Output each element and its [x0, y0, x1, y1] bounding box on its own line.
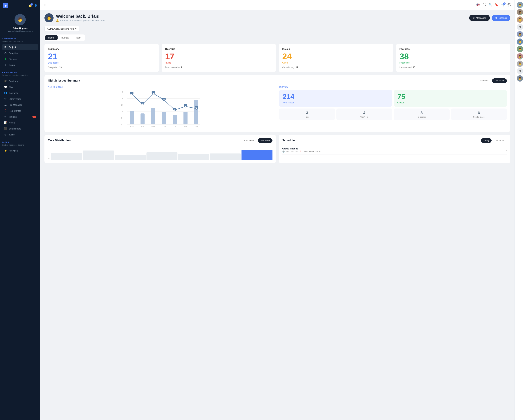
svg-text:Mon: Mon — [130, 126, 133, 128]
sidebar-item-helpcenter[interactable]: ❓ Help Center › — [2, 108, 38, 114]
tomorrow-button[interactable]: Tomorrow — [493, 138, 507, 143]
more-menu-icon[interactable]: ⋮ — [387, 47, 390, 51]
notification-bell-icon[interactable]: 🔔 3 — [28, 4, 32, 7]
sidebar-item-analytics[interactable]: ◔ Analytics — [2, 50, 38, 56]
new-issues-label: New Issues — [283, 101, 389, 104]
schedule-item-title: Group Meeting — [282, 147, 321, 150]
avatar: 👨 — [15, 14, 26, 25]
left-sidebar: ◈ 🔔 3 👤 👨 Brian Hughes hughes.brian@comp… — [0, 0, 40, 420]
svg-rect-12 — [130, 111, 134, 124]
rs-avatar[interactable]: 👩 — [517, 61, 523, 67]
fullscreen-icon[interactable]: ⛶ — [483, 3, 486, 7]
filemanager-icon: ☁ — [4, 103, 7, 106]
rs-avatar[interactable]: 👩 — [517, 53, 523, 59]
sidebar-top: ◈ 🔔 3 👤 — [0, 0, 40, 11]
bookmark-icon[interactable]: 🔖 — [495, 3, 498, 7]
project-selector[interactable]: ACME Corp. Backend App ▾ — [45, 26, 79, 32]
sidebar-item-notes[interactable]: 📝 Notes — [2, 120, 38, 126]
svg-text:18: 18 — [121, 111, 123, 112]
hamburger-menu-icon[interactable]: ≡ — [44, 3, 46, 7]
scrumboard-icon: ⬛ — [4, 127, 7, 130]
flag-icon[interactable]: 🇺🇸 — [476, 3, 480, 7]
sidebar-item-label: Chat — [9, 86, 13, 88]
schedule-item-details: 🕐 in 32 minutes 📍 Conference room 1B — [282, 150, 321, 153]
stat-label: Tasks — [165, 61, 273, 64]
sidebar-item-label: Contacts — [9, 92, 18, 94]
tab-team[interactable]: Team — [73, 35, 84, 40]
sidebar-item-project[interactable]: ⊞ Project — [2, 44, 38, 50]
profile-email: hughes.brian@company.com — [3, 30, 38, 32]
mini-num: 3 — [281, 111, 333, 115]
overview-title: Overview — [279, 86, 507, 88]
this-week-button[interactable]: This Week — [492, 78, 507, 83]
welcome-heading: Welcome back, Brian! — [56, 14, 105, 19]
app-logo[interactable]: ◈ — [3, 3, 8, 8]
svg-rect-13 — [141, 113, 145, 124]
user-circle-icon[interactable]: 👤 — [34, 4, 38, 7]
mini-num: 8 — [396, 111, 448, 115]
stat-label: Proposals — [400, 61, 507, 64]
nav-dashboards: DASHBOARDS Unique dashboard designs ⊞ Pr… — [0, 35, 40, 69]
section-header: Schedule Today Tomorrow — [282, 138, 507, 143]
sidebar-item-academy[interactable]: 🎓 Academy — [2, 78, 38, 84]
svg-text:Thu: Thu — [162, 126, 166, 128]
chevron-right-icon[interactable]: › — [506, 149, 507, 151]
last-week-button[interactable]: Last Week — [476, 78, 491, 83]
section-header: Task Distribution Last Week This Week — [48, 138, 272, 143]
sidebar-item-tasks[interactable]: ⊙ Tasks — [2, 131, 38, 138]
github-issues-section: Github Issues Summary Last Week This Wee… — [45, 75, 510, 132]
rs-avatar[interactable]: 👨 — [517, 75, 523, 82]
sidebar-item-activities[interactable]: ⚡ Activities — [2, 148, 38, 154]
rs-avatar[interactable]: 👨 — [517, 46, 523, 52]
mini-card-reopened: 8 Re-opened — [394, 109, 450, 120]
svg-text:9: 9 — [121, 117, 122, 119]
sidebar-item-filemanager[interactable]: ☁ File Manager — [2, 102, 38, 108]
last-week-button[interactable]: Last Week — [242, 138, 257, 143]
week-toggle: Last Week This Week — [242, 138, 272, 143]
welcome-text: Welcome back, Brian! 🔔 You have 2 new me… — [56, 14, 105, 22]
stat-number: 21 — [48, 52, 155, 61]
this-week-button[interactable]: This Week — [258, 138, 272, 143]
rs-avatar[interactable]: 👨 — [517, 2, 523, 8]
sidebar-item-mailbox[interactable]: ✉ Mailbox 27 — [2, 114, 38, 120]
more-menu-icon[interactable]: ⋮ — [153, 47, 155, 51]
messages-icon[interactable]: 💬 — [507, 3, 511, 7]
tab-budget[interactable]: Budget — [58, 35, 72, 40]
sidebar-item-chat[interactable]: 💬 Chat — [2, 84, 38, 90]
sidebar-item-crypto[interactable]: $ Crypto — [2, 62, 38, 68]
more-menu-icon[interactable]: ⋮ — [270, 47, 272, 51]
more-menu-icon[interactable]: ⋮ — [504, 47, 507, 51]
location-icon: 📍 — [299, 150, 301, 153]
stat-footer: From yesterday: 9 — [165, 66, 273, 69]
messages-button[interactable]: ✉ Messages — [469, 15, 490, 21]
task-distribution-card: Task Distribution Last Week This Week 40 — [45, 135, 276, 163]
today-button[interactable]: Today — [481, 138, 492, 143]
sidebar-item-ecommerce[interactable]: 🛒 ECommerce › — [2, 96, 38, 102]
rs-avatar[interactable]: 👧 — [517, 31, 523, 37]
mini-num: 6 — [453, 111, 505, 115]
rs-avatar[interactable]: 👩 — [517, 17, 523, 23]
sidebar-item-contacts[interactable]: 👥 Contacts — [2, 90, 38, 96]
rs-initial-avatar[interactable]: M — [517, 68, 523, 74]
page-content: 👨 Welcome back, Brian! 🔔 You have 2 new … — [40, 10, 515, 420]
search-icon[interactable]: 🔍 — [489, 3, 492, 7]
welcome-left: 👨 Welcome back, Brian! 🔔 You have 2 new … — [45, 13, 105, 22]
mini-card-wontfix: 4 Won't Fix — [336, 109, 392, 120]
main-content: ≡ 🇺🇸 ⛶ 🔍 🔖 🛒 5 💬 👨 Welcome back, Brian! … — [40, 0, 515, 420]
rs-avatar[interactable]: 🧔 — [517, 9, 523, 15]
cart-icon[interactable]: 🛒 5 — [501, 3, 505, 7]
stat-number: 38 — [400, 52, 507, 61]
sidebar-item-label: Crypto — [9, 64, 15, 66]
sidebar-item-label: Scrumboard — [9, 127, 21, 130]
sidebar-item-label: Analytics — [9, 52, 18, 55]
sidebar-item-finance[interactable]: 💲 Finance — [2, 56, 38, 62]
chevron-right-icon: › — [36, 98, 36, 100]
rs-initial-avatar[interactable]: M — [517, 24, 523, 30]
tab-home[interactable]: Home — [45, 35, 57, 40]
svg-text:Sun: Sun — [195, 126, 198, 128]
svg-point-35 — [152, 93, 154, 94]
sidebar-item-scrumboard[interactable]: ⬛ Scrumboard — [2, 126, 38, 131]
settings-button[interactable]: ⚙ Settings — [492, 15, 510, 21]
rs-avatar[interactable]: 🧑 — [517, 38, 523, 45]
stat-label: Open — [282, 61, 390, 64]
